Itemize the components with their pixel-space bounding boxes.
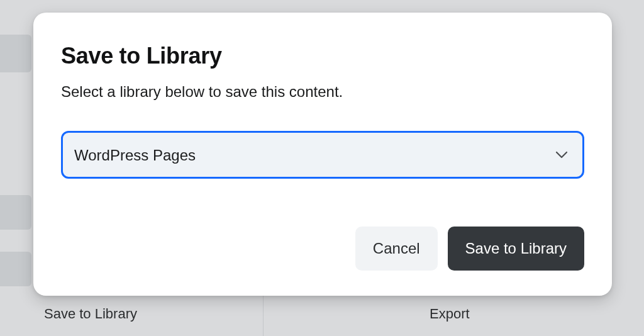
background-save-to-library-label: Save to Library xyxy=(44,306,137,322)
background-list-row xyxy=(0,252,31,286)
library-select[interactable]: WordPress Pages xyxy=(61,131,584,179)
modal-actions: Cancel Save to Library xyxy=(61,227,584,271)
background-list-row xyxy=(0,195,31,230)
modal-title: Save to Library xyxy=(61,43,584,69)
modal-subtitle: Select a library below to save this cont… xyxy=(61,83,584,101)
background-list-row xyxy=(0,35,31,72)
background-export-label: Export xyxy=(430,306,470,322)
save-to-library-modal: Save to Library Select a library below t… xyxy=(33,13,612,296)
cancel-button[interactable]: Cancel xyxy=(355,227,438,271)
save-to-library-button[interactable]: Save to Library xyxy=(448,227,584,271)
background-bottom-bar: Save to Library Export xyxy=(0,292,644,336)
library-select-wrap: WordPress Pages xyxy=(61,131,584,179)
